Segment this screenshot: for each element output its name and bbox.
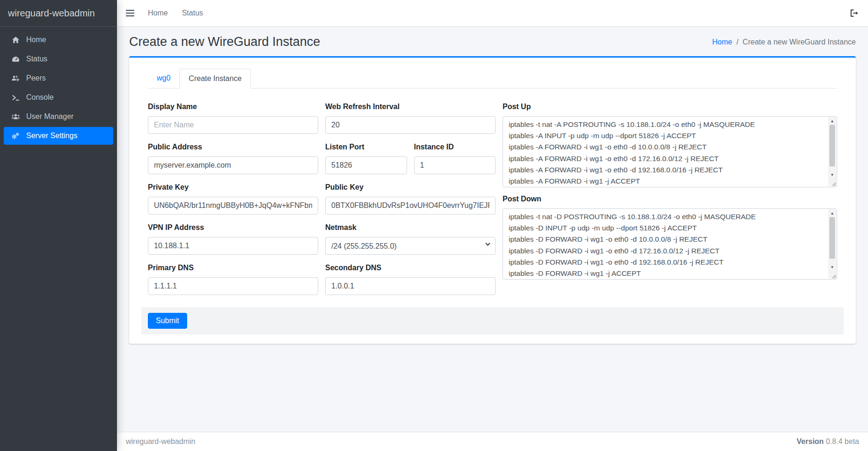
hamburger-icon xyxy=(126,10,134,16)
page-title: Create a new WireGuard Instance xyxy=(129,35,320,49)
post-down-label: Post Down xyxy=(503,193,837,205)
breadcrumb-separator: / xyxy=(737,38,738,46)
menu-toggle-button[interactable] xyxy=(126,10,134,16)
sidebar-item-label: Status xyxy=(26,55,47,63)
footer-version: Version 0.8.4 beta xyxy=(797,437,859,446)
resize-grip-icon[interactable] xyxy=(828,271,836,279)
sidebar-item-label: User Manager xyxy=(26,112,73,121)
submit-button[interactable]: Submit xyxy=(148,313,187,329)
scrollbar-thumb[interactable] xyxy=(830,125,835,166)
post-up-textarea[interactable]: iptables -t nat -A POSTROUTING -s 10.188… xyxy=(503,116,837,187)
users-gear-icon xyxy=(9,74,22,82)
breadcrumb-home-link[interactable]: Home xyxy=(712,38,732,46)
web-refresh-field-group: Web Refresh Interval xyxy=(325,101,496,134)
sidebar: wireguard-webadmin Home Status xyxy=(0,0,117,451)
sidebar-nav: Home Status Peers xyxy=(0,27,117,150)
post-down-text[interactable]: iptables -t nat -D POSTROUTING -s 10.188… xyxy=(509,211,825,278)
logout-button[interactable] xyxy=(850,9,859,17)
terminal-icon xyxy=(9,94,22,101)
public-address-field-group: Public Address xyxy=(148,141,318,174)
tab-create-instance[interactable]: Create Instance xyxy=(179,69,251,89)
public-address-label: Public Address xyxy=(148,141,318,153)
content-area: Create a new WireGuard Instance Home / C… xyxy=(117,27,868,432)
listen-port-input[interactable] xyxy=(325,156,407,174)
sidebar-item-peers[interactable]: Peers xyxy=(4,69,113,87)
navbar-link-status[interactable]: Status xyxy=(175,9,210,17)
vpn-ip-field-group: VPN IP Address xyxy=(148,222,318,255)
public-key-field-group: Public Key xyxy=(325,182,496,214)
instance-id-field-group: Instance ID xyxy=(414,141,496,174)
web-refresh-label: Web Refresh Interval xyxy=(325,101,496,112)
vpn-ip-input[interactable] xyxy=(148,237,318,255)
public-key-label: Public Key xyxy=(325,182,496,193)
post-up-scrollbar[interactable]: ▲ ▼ xyxy=(828,117,836,178)
post-up-label: Post Up xyxy=(503,101,837,112)
private-key-field-group: Private Key xyxy=(148,182,318,214)
scroll-down-icon[interactable]: ▼ xyxy=(828,263,836,271)
resize-grip-icon[interactable] xyxy=(828,178,836,186)
secondary-dns-input[interactable] xyxy=(325,277,496,295)
listen-port-label: Listen Port xyxy=(325,141,407,153)
primary-dns-label: Primary DNS xyxy=(148,262,318,274)
sidebar-item-home[interactable]: Home xyxy=(4,31,113,49)
instance-id-input[interactable] xyxy=(414,156,496,174)
scrollbar-thumb[interactable] xyxy=(830,217,835,259)
sign-out-icon xyxy=(850,9,859,17)
post-scripts-column: Post Up iptables -t nat -A POSTROUTING -… xyxy=(503,101,837,303)
breadcrumb: Home / Create a new WireGuard Instance xyxy=(712,38,856,46)
sidebar-item-user-manager[interactable]: User Manager xyxy=(4,108,113,126)
sidebar-item-label: Home xyxy=(26,36,46,44)
port-id-row: Listen Port Instance ID xyxy=(325,141,496,182)
sidebar-item-console[interactable]: Console xyxy=(4,89,113,106)
private-key-input[interactable] xyxy=(148,197,318,214)
netmask-field-group: Netmask /24 (255.255.255.0) xyxy=(325,222,496,255)
tab-wg0[interactable]: wg0 xyxy=(148,69,179,89)
secondary-dns-label: Secondary DNS xyxy=(325,262,496,274)
form-footer: Submit xyxy=(141,307,844,334)
public-key-input[interactable] xyxy=(325,197,496,214)
content-header: Create a new WireGuard Instance Home / C… xyxy=(126,27,859,56)
display-name-input[interactable] xyxy=(148,116,318,134)
instance-card: wg0 Create Instance Display Name Web Ref… xyxy=(129,56,856,344)
brand-title[interactable]: wireguard-webadmin xyxy=(0,0,117,27)
primary-dns-input[interactable] xyxy=(148,277,318,295)
main-area: Home Status Create a new WireGuard Insta… xyxy=(117,0,868,451)
sidebar-item-label: Server Settings xyxy=(26,132,77,140)
listen-port-field-group: Listen Port xyxy=(325,141,407,174)
users-icon xyxy=(9,113,22,120)
display-name-field-group: Display Name xyxy=(148,101,318,134)
top-navbar: Home Status xyxy=(117,0,868,27)
post-down-scrollbar[interactable]: ▲ ▼ xyxy=(828,209,836,271)
navbar-link-home[interactable]: Home xyxy=(141,9,175,17)
secondary-dns-field-group: Secondary DNS xyxy=(325,262,496,295)
sidebar-item-label: Console xyxy=(26,93,54,102)
footer-version-label: Version xyxy=(797,437,824,445)
scroll-up-icon[interactable]: ▲ xyxy=(828,117,836,125)
primary-dns-field-group: Primary DNS xyxy=(148,262,318,295)
gauge-icon xyxy=(9,55,22,63)
post-up-field-group: Post Up iptables -t nat -A POSTROUTING -… xyxy=(503,101,837,187)
instance-tabs: wg0 Create Instance xyxy=(148,69,837,89)
post-down-textarea[interactable]: iptables -t nat -D POSTROUTING -s 10.188… xyxy=(503,208,837,280)
netmask-select[interactable]: /24 (255.255.255.0) xyxy=(325,237,496,255)
sidebar-item-server-settings[interactable]: Server Settings xyxy=(4,127,113,145)
footer-brand: wireguard-webadmin xyxy=(126,437,196,446)
breadcrumb-current: Create a new WireGuard Instance xyxy=(743,38,856,46)
page-footer: wireguard-webadmin Version 0.8.4 beta xyxy=(117,432,868,451)
home-icon xyxy=(9,36,22,44)
private-key-label: Private Key xyxy=(148,182,318,193)
web-refresh-input[interactable] xyxy=(325,116,496,134)
post-up-text[interactable]: iptables -t nat -A POSTROUTING -s 10.188… xyxy=(509,119,825,186)
vpn-ip-label: VPN IP Address xyxy=(148,222,318,233)
footer-version-value: 0.8.4 beta xyxy=(826,437,859,445)
sidebar-item-label: Peers xyxy=(26,74,46,82)
netmask-label: Netmask xyxy=(325,222,496,233)
sidebar-item-status[interactable]: Status xyxy=(4,50,113,68)
scroll-up-icon[interactable]: ▲ xyxy=(828,209,836,217)
display-name-label: Display Name xyxy=(148,101,318,112)
public-address-input[interactable] xyxy=(148,156,318,174)
scroll-down-icon[interactable]: ▼ xyxy=(828,171,836,178)
create-instance-form: Display Name Web Refresh Interval Post U… xyxy=(148,101,837,303)
post-down-field-group: Post Down iptables -t nat -D POSTROUTING… xyxy=(503,193,837,280)
gears-icon xyxy=(9,132,22,140)
